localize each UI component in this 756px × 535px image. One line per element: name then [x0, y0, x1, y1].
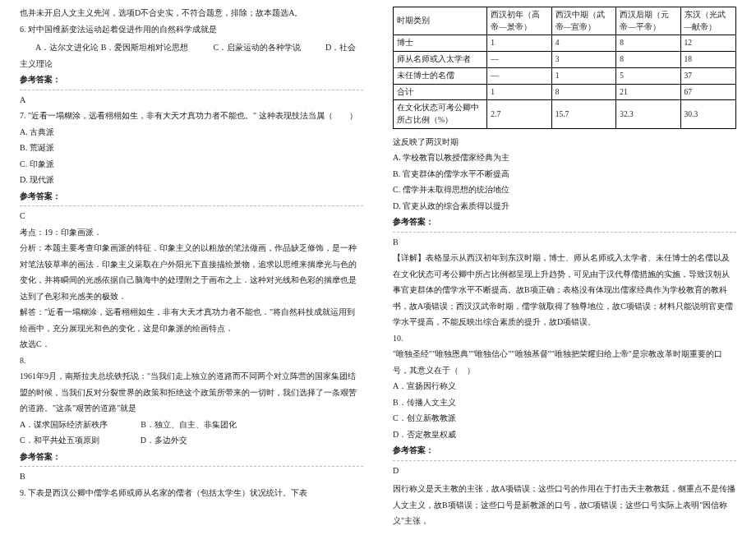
answer-label: 参考答案：	[20, 71, 363, 88]
divider	[393, 460, 736, 461]
answer-label: 参考答案：	[20, 449, 363, 465]
divider	[20, 205, 363, 206]
q10-opt-a: A．宣扬因行称义	[393, 378, 736, 394]
divider	[20, 90, 363, 90]
q7-opt-c: C. 印象派	[20, 156, 363, 173]
table-row: 在文化状态可考公卿中所占比例（%） 2.7 15.7 32.3 30.3	[394, 100, 736, 128]
q8-stem: 1961年9月，南斯拉夫总统铁托说："当我们走上独立的道路而不同两个对立阵营的国…	[20, 368, 363, 417]
left-column: 也并未开启人文主义先河，选项D不合史实，不符合题意，排除；故本题选A。 6. 对…	[0, 0, 378, 535]
intro-text: 也并未开启人文主义先河，选项D不合史实，不符合题意，排除；故本题选A。	[20, 5, 363, 21]
q6-answer: A	[20, 92, 363, 108]
q9-opt-d: D. 官吏从政的综合素质得以提升	[393, 198, 736, 214]
q7-kd: 考点：19：印象画派．	[20, 224, 363, 241]
table-row: 博士 1 4 8 12	[394, 35, 736, 52]
table-row: 师从名师或入太学者 — 3 8 18	[394, 52, 736, 68]
q7-analysis-1: 分析：本题主要考查印象画派的特征．印象主义的以粗放的笔法做画，作品缺乏修饰，是一…	[20, 240, 363, 304]
q10-opt-d: D．否定教皇权威	[393, 427, 736, 443]
th: 时期类别	[394, 7, 487, 35]
answer-label: 参考答案：	[20, 188, 363, 205]
q7-opt-b: B. 荒诞派	[20, 140, 363, 156]
q7-opt-a: A. 古典派	[20, 124, 363, 141]
q10-answer: D	[393, 463, 736, 479]
th: 西汉后期（元帝—平帝）	[616, 7, 680, 35]
q10-explanation: 因行称义是天主教的主张，故A项错误；这些口号的作用在于打击天主教教廷，侧重点不是…	[393, 481, 736, 529]
q10-number: 10.	[393, 330, 736, 347]
q9-after-table: 这反映了两汉时期	[393, 134, 736, 150]
answer-label: 参考答案：	[393, 442, 736, 459]
q10-opt-b: B．传播人文主义	[393, 394, 736, 411]
q8-number: 8.	[20, 353, 363, 369]
q6-options: A．达尔文进化论 B．爱因斯坦相对论思想 C．启蒙运动的各种学说 D．社会主义理…	[20, 39, 363, 71]
divider	[393, 232, 736, 233]
q8-answer: B	[20, 468, 363, 485]
q7-analysis-2: 解答："近看一塌糊涂，远看栩栩如生，非有大天才真功力者不能也．"将自然科技成就运…	[20, 304, 363, 336]
q7-analysis-3: 故选C．	[20, 336, 363, 353]
q7-opt-d: D. 现代派	[20, 172, 363, 188]
q7-answer: C	[20, 208, 363, 224]
answer-label: 参考答案：	[393, 214, 736, 230]
q9-opt-a: A. 学校教育以教授儒家经典为主	[393, 150, 736, 166]
q9-opt-b: B. 官吏群体的儒学水平不断提高	[393, 166, 736, 182]
q9-opt-c: C. 儒学并未取得思想的统治地位	[393, 182, 736, 198]
table-row: 合计 1 8 21 67	[394, 84, 736, 100]
q8-opts-row2: C．和平共处五项原则 D．多边外交	[20, 432, 363, 449]
q10-opt-c: C．创立新教教派	[393, 410, 736, 427]
th: 西汉中期（武帝—宣帝）	[551, 7, 615, 35]
data-table: 时期类别 西汉初年（高帝—景帝） 西汉中期（武帝—宣帝） 西汉后期（元帝—平帝）…	[393, 7, 736, 129]
right-column: 时期类别 西汉初年（高帝—景帝） 西汉中期（武帝—宣帝） 西汉后期（元帝—平帝）…	[378, 0, 756, 535]
th: 西汉初年（高帝—景帝）	[487, 7, 551, 35]
q9-explanation: 【详解】表格显示从西汉初年到东汉时期，博士、师从名师或入太学者、未任博士的名儒以…	[393, 250, 736, 330]
th: 东汉（光武—献帝）	[680, 7, 735, 35]
table-row: 时期类别 西汉初年（高帝—景帝） 西汉中期（武帝—宣帝） 西汉后期（元帝—平帝）…	[394, 7, 736, 35]
q9-stem: 9. 下表是西汉公卿中儒学名师或师从名家的儒者（包括太学生）状况统计。下表	[20, 485, 363, 501]
q7-stem: 7. "近看一塌糊涂，远看栩栩如生，非有大天才真功力者不能也。" 这种表现技法当…	[20, 108, 363, 124]
q6-stem: 6. 对中国维新变法运动起着促进作用的自然科学成就是	[20, 21, 363, 38]
table-row: 未任博士的名儒 — 1 5 37	[394, 67, 736, 84]
q10-stem: "唯独圣经""唯独恩典""唯独信心""唯独基督""唯独把荣耀归给上帝"是宗教改革…	[393, 346, 736, 378]
divider	[20, 466, 363, 467]
q9-answer: B	[393, 234, 736, 251]
q8-opts-row1: A．谋求国际经济新秩序 B．独立、自主、非集团化	[20, 417, 363, 433]
